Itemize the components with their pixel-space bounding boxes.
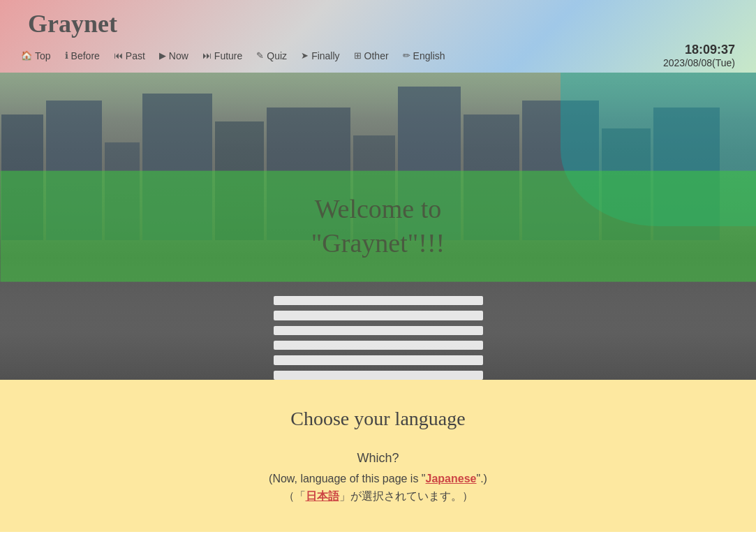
hero-section: Welcome to "Graynet"!!! [0,73,756,380]
forward-icon: ⏭ [202,50,212,61]
header: Graynet 🏠 Top ℹ Before ⏮ Past ▶ Now ⏭ Fu… [0,0,756,73]
home-icon: 🏠 [21,50,32,61]
japanese-link[interactable]: Japanese [426,473,477,484]
finally-icon: ➤ [301,50,309,61]
info-icon: ℹ [65,50,68,61]
now-language-text: (Now, language of this page is "Japanese… [14,473,742,485]
japanese-ja-link[interactable]: 日本語 [306,490,339,502]
crosswalk-stripe [274,311,483,320]
nav-english[interactable]: ✏ English [396,47,452,64]
crosswalk-stripe [274,296,483,305]
welcome-text: Welcome to "Graynet"!!! [56,192,700,261]
quiz-icon: ✎ [256,50,264,61]
navigation: 🏠 Top ℹ Before ⏮ Past ▶ Now ⏭ Future ✎ Q… [14,38,742,73]
crosswalk-stripe [274,341,483,350]
grid-icon: ⊞ [354,50,362,61]
current-date: 2023/08/08(Tue) [663,57,735,68]
time-block: 18:09:37 2023/08/08(Tue) [663,43,742,68]
nav-now[interactable]: ▶ Now [152,47,195,64]
which-text: Which? [14,451,742,466]
nav-future[interactable]: ⏭ Future [195,47,249,64]
crosswalk-stripe [274,371,483,380]
nav-before[interactable]: ℹ Before [58,47,107,64]
crosswalk-decoration [274,296,483,380]
japanese-text: （「日本語」が選択されています。） [14,489,742,504]
language-title: Choose your language [14,408,742,430]
play-icon: ▶ [159,50,166,61]
nav-past[interactable]: ⏮ Past [107,47,152,64]
language-section: Choose your language Which? (Now, langua… [0,380,756,532]
crosswalk-stripe [274,355,483,364]
nav-finally[interactable]: ➤ Finally [294,47,346,64]
crosswalk-stripe [274,326,483,335]
welcome-banner: Welcome to "Graynet"!!! [0,171,756,282]
pencil-icon: ✏ [403,50,410,61]
nav-top[interactable]: 🏠 Top [14,47,58,64]
rewind-icon: ⏮ [114,50,123,61]
site-title: Graynet [14,6,742,38]
nav-other[interactable]: ⊞ Other [347,47,396,64]
current-time: 18:09:37 [663,43,735,57]
nav-quiz[interactable]: ✎ Quiz [249,47,294,64]
